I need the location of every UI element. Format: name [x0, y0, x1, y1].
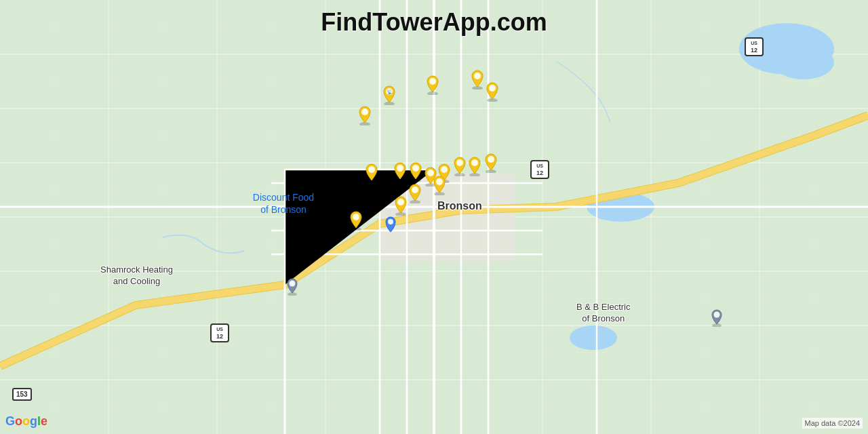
svg-point-62	[397, 165, 403, 172]
tower-marker[interactable]	[423, 72, 442, 95]
tower-marker[interactable]	[430, 172, 449, 195]
svg-point-83	[388, 219, 393, 224]
discount-food-label[interactable]: Discount Food of Bronson	[236, 189, 331, 218]
svg-text:12: 12	[216, 333, 223, 340]
discount-food-pin[interactable]	[383, 214, 398, 233]
google-logo: Google	[5, 414, 47, 429]
svg-point-64	[412, 165, 419, 172]
svg-point-52	[429, 78, 436, 85]
site-title: FindTowerApp.com	[321, 8, 547, 37]
map-svg	[0, 0, 868, 434]
shamrock-pin[interactable]	[284, 275, 300, 296]
svg-point-72	[471, 159, 478, 166]
svg-text:12: 12	[751, 47, 757, 54]
svg-point-78	[412, 186, 418, 193]
svg-text:US: US	[216, 327, 223, 332]
tower-marker[interactable]: 📡	[380, 82, 399, 105]
tower-marker[interactable]	[347, 208, 366, 231]
svg-point-56	[489, 85, 496, 92]
svg-point-32	[773, 45, 834, 79]
svg-point-58	[361, 108, 368, 115]
us12-shield-3: US 12	[210, 323, 229, 342]
shamrock-label[interactable]: Shamrock Heatingand Cooling	[100, 264, 173, 288]
us12-shield-1: US 12	[745, 37, 764, 56]
map-attribution: Map data ©2024	[802, 418, 863, 429]
svg-point-85	[290, 281, 296, 287]
tower-marker[interactable]	[391, 193, 410, 216]
tower-marker[interactable]	[483, 79, 502, 102]
153-shield: 153	[12, 388, 32, 401]
svg-point-87	[714, 312, 720, 318]
city-name: Bronson	[437, 200, 482, 212]
tower-marker[interactable]	[362, 160, 381, 183]
svg-point-60	[368, 166, 375, 173]
svg-point-54	[474, 73, 481, 79]
bb-electric-label[interactable]: B & B Electricof Bronson	[576, 302, 630, 325]
svg-point-80	[397, 199, 404, 205]
svg-text:📡: 📡	[387, 89, 393, 95]
svg-text:US: US	[536, 163, 543, 168]
svg-point-82	[353, 214, 359, 220]
bb-electric-pin[interactable]	[709, 307, 725, 327]
map-container: FindTowerApp.com 📡	[0, 0, 868, 434]
svg-point-34	[570, 326, 617, 350]
tower-marker[interactable]	[355, 102, 374, 125]
svg-point-70	[456, 159, 463, 166]
tower-marker[interactable]	[481, 150, 500, 173]
svg-point-76	[436, 178, 443, 185]
us12-shield-2: US 12	[530, 160, 549, 179]
svg-text:US: US	[751, 41, 757, 45]
svg-text:12: 12	[536, 170, 543, 176]
svg-point-74	[488, 156, 494, 163]
